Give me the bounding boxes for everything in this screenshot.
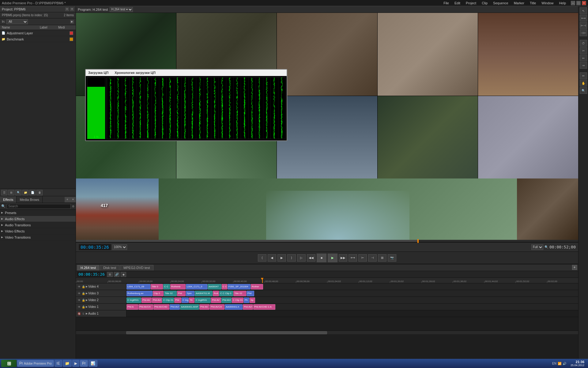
btn-rewind[interactable]: ◀◀ (307, 254, 315, 262)
maximize-button[interactable]: □ (576, 1, 581, 5)
track-a1-mute-icon[interactable]: 🔇 (77, 312, 81, 315)
toolbar-new-bin-btn[interactable]: 📁 (22, 190, 28, 195)
clip-v4-9[interactable]: Rother (251, 284, 263, 289)
track-v3-expand-icon[interactable]: ▶ (86, 292, 88, 295)
menu-project[interactable]: Project (465, 1, 477, 5)
menu-title[interactable]: Title (529, 1, 537, 5)
clip-v4-4[interactable]: Rothenb (170, 284, 186, 289)
track-a1-solo-icon[interactable]: S (81, 312, 85, 315)
clip-v3-3[interactable]: Title 02 (164, 291, 177, 296)
clip-v1-10[interactable]: Phil AVCHD 2.A (253, 304, 275, 310)
timeline-tab-disk[interactable]: Disk test (100, 265, 119, 270)
project-item-benchmark[interactable]: 📁 Benchmark (0, 36, 76, 42)
menu-file[interactable]: File (442, 1, 450, 5)
project-item-adjustment[interactable]: 📄 Adjustment Layer (0, 30, 76, 36)
clip-v3-2[interactable]: Clip 0 (153, 291, 164, 296)
clip-v2-6[interactable]: C Ing (182, 297, 189, 303)
track-v3-visibility-icon[interactable]: 👁 (77, 292, 81, 295)
tree-item-video-transitions[interactable]: ▶ Video Transitions (0, 234, 76, 240)
tree-item-video-effects[interactable]: ▶ Video Effects (0, 228, 76, 234)
clip-v3-5[interactable]: Spin (186, 291, 194, 296)
tool-pen[interactable]: ✏ (580, 72, 587, 79)
btn-step-forward-frame[interactable]: ▶ (277, 254, 286, 262)
clip-v3-6[interactable]: AA004701.M (195, 291, 213, 296)
track-a1-expand-icon[interactable]: ▶ (86, 312, 88, 315)
track-v3-lock-icon[interactable]: 🔒 (81, 292, 85, 295)
clip-v4-5[interactable]: L004_C171_0 (186, 284, 207, 289)
clip-v3-9[interactable]: Title 02 (233, 291, 246, 296)
track-v1-expand-icon[interactable]: ▶ (86, 305, 88, 308)
clip-v1-8[interactable]: AA006401.h (225, 304, 243, 310)
clip-v1-3[interactable]: Phil AVCHD (153, 304, 169, 310)
clip-v3-10[interactable]: Phil (247, 291, 254, 296)
track-lock-icon[interactable]: 🔒 (81, 285, 85, 288)
clip-v1-9[interactable]: Phil AVI (243, 304, 253, 310)
clip-v3-7[interactable]: Rott (213, 291, 219, 296)
clip-v2-9[interactable]: Phil AV (211, 297, 221, 303)
clip-v4-7[interactable]: C C (222, 284, 227, 289)
tree-item-audio-effects[interactable]: ▶ Audio Effects (0, 216, 76, 222)
clip-v2-8[interactable]: C Ing8531 (195, 297, 211, 303)
btn-go-to-out[interactable]: ⟩ (287, 254, 296, 262)
btn-shuttle[interactable]: ⟷ (349, 254, 357, 262)
scroll-thumb[interactable] (126, 331, 327, 334)
btn-step-back-frame[interactable]: ◀ (268, 254, 276, 262)
menu-edit[interactable]: Edit (453, 1, 462, 5)
btn-trim-fwd[interactable]: ⊣ (368, 254, 377, 262)
clip-v2-5[interactable]: Phil (174, 297, 181, 303)
link-button[interactable]: 🔗 (114, 272, 119, 277)
taskbar-app-browser[interactable]: IE (55, 360, 62, 367)
timeline-tab-h264[interactable]: H.264 test (77, 265, 99, 270)
tool-rolling[interactable]: ⊣⊢ (580, 29, 587, 36)
tool-slide[interactable]: ⇒ (580, 62, 587, 69)
cpu-monitor-panel[interactable]: Загрузка ЦП Хронология загрузки ЦП 1 % (85, 69, 287, 141)
timeline-scrollbar[interactable] (76, 331, 578, 334)
track-expand-icon[interactable]: ▶ (86, 285, 88, 288)
tool-trim[interactable]: ⟷ (580, 15, 587, 21)
clip-v2-4[interactable]: C Clip 01 (162, 297, 174, 303)
clip-v2-3[interactable]: Phil AVI (152, 297, 162, 303)
btn-play-in-to-out[interactable]: ▷ (297, 254, 306, 262)
btn-camera[interactable]: 📷 (388, 254, 396, 262)
taskbar-app-premiere-2[interactable]: Pr (80, 360, 88, 367)
track-v2-visibility-icon[interactable]: 👁 (77, 299, 81, 302)
clip-v2-13[interactable]: Sp (250, 297, 255, 303)
track-v1-lock-icon[interactable]: 🔒 (81, 305, 85, 309)
timeline-tab-mpeg2[interactable]: MPEG2-DVD test (120, 265, 153, 270)
clip-v4-1[interactable]: L004_C171_09 (126, 284, 150, 289)
clip-v2-2[interactable]: Phil AV (141, 297, 152, 303)
clip-v3-8[interactable]: C C Clip 0 (219, 291, 233, 296)
tree-item-presets[interactable]: ▶ Presets (0, 210, 76, 216)
zoom-select[interactable]: 100% (112, 244, 127, 250)
panel-close-button[interactable]: ✕ (70, 7, 74, 11)
clip-v3-1[interactable]: Rothenburg.av (126, 291, 153, 296)
start-button[interactable]: ⊞ (1, 360, 17, 367)
effects-panel-menu[interactable]: ≡ (65, 197, 70, 202)
tool-slip[interactable]: ⇐ (580, 55, 587, 61)
clip-v1-7[interactable]: Phil AVCH (210, 304, 224, 310)
track-v2-expand-icon[interactable]: ▶ (86, 299, 88, 301)
btn-trim-back[interactable]: ⊢ (358, 254, 367, 262)
clip-v2-7[interactable]: Tit (189, 297, 194, 303)
taskbar-app-media[interactable]: ▶ (72, 360, 79, 367)
minimize-button[interactable]: ─ (571, 1, 575, 5)
menu-clip[interactable]: Clip (481, 1, 489, 5)
tool-zoom[interactable]: 🔍 (580, 87, 587, 94)
taskbar-app-explorer[interactable]: 📁 (63, 360, 72, 367)
taskbar-app-misc[interactable]: 📊 (89, 360, 97, 367)
filter-select[interactable]: All (6, 19, 28, 24)
track-visibility-icon[interactable]: 👁 (77, 285, 81, 288)
clip-v1-2[interactable]: Phil AVCH (138, 304, 153, 310)
panel-menu-button[interactable]: ≡ (65, 7, 69, 11)
tool-ripple[interactable]: ⊢⊣ (580, 22, 587, 29)
menu-marker[interactable]: Marker (513, 1, 526, 5)
effects-search-input[interactable] (7, 204, 71, 209)
clip-v2-11[interactable]: C Clip 01 (232, 297, 243, 303)
clip-v4-3[interactable]: C C (163, 284, 170, 289)
tool-rate-stretch[interactable]: ⏱ (580, 40, 587, 47)
clip-v1-6[interactable]: Phil AV (199, 304, 209, 310)
btn-play[interactable]: ▶ (328, 254, 337, 262)
toolbar-icon-btn[interactable]: ⊞ (8, 190, 14, 195)
menu-window[interactable]: Window (540, 1, 555, 5)
close-button[interactable]: ✕ (582, 1, 586, 5)
